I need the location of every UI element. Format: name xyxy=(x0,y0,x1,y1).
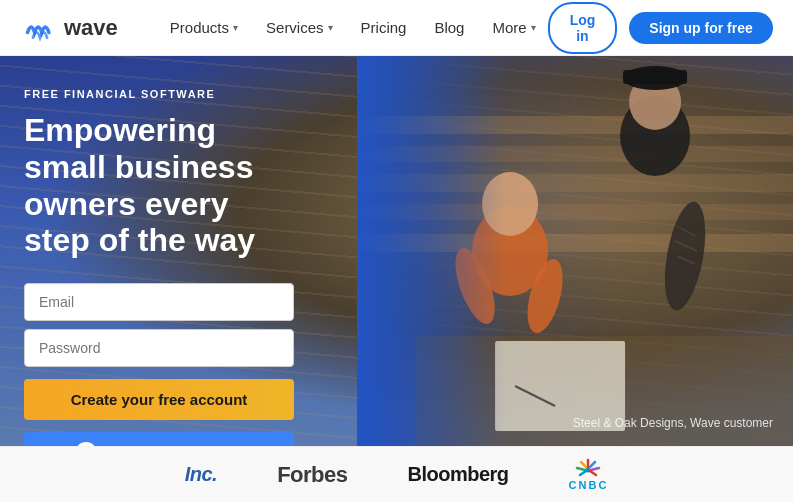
signup-form: Create your free account G Sign up with … xyxy=(24,283,294,446)
hero-overlay xyxy=(357,56,793,446)
press-cnbc-logo: CNBC xyxy=(569,458,609,491)
nav-links: Products ▾ Services ▾ Pricing Blog More … xyxy=(158,11,548,44)
press-inc-logo: Inc. xyxy=(185,463,217,486)
svg-line-26 xyxy=(590,462,595,467)
nav-pricing[interactable]: Pricing xyxy=(349,11,419,44)
brand-name: wave xyxy=(64,15,118,41)
nav-products[interactable]: Products ▾ xyxy=(158,11,250,44)
login-button[interactable]: Log in xyxy=(548,2,618,54)
svg-line-24 xyxy=(581,462,586,467)
svg-line-27 xyxy=(591,468,599,470)
logo[interactable]: wave xyxy=(24,14,118,42)
chevron-down-icon: ▾ xyxy=(531,22,536,33)
password-input[interactable] xyxy=(24,329,294,367)
create-account-button[interactable]: Create your free account xyxy=(24,379,294,420)
chevron-down-icon: ▾ xyxy=(233,22,238,33)
navbar: wave Products ▾ Services ▾ Pricing Blog … xyxy=(0,0,793,56)
nav-actions: Log in Sign up for free xyxy=(548,2,773,54)
google-icon: G xyxy=(75,442,97,446)
cnbc-peacock-icon xyxy=(572,458,604,478)
signup-button[interactable]: Sign up for free xyxy=(629,12,772,44)
hero-label: FREE FINANCIAL SOFTWARE xyxy=(24,88,276,100)
svg-line-28 xyxy=(580,471,586,475)
email-input[interactable] xyxy=(24,283,294,321)
cnbc-label: CNBC xyxy=(569,479,609,491)
wave-logo-icon xyxy=(24,14,56,42)
press-forbes-logo: Forbes xyxy=(277,462,347,488)
hero-title: Empowering small business owners every s… xyxy=(24,112,276,259)
chevron-down-icon: ▾ xyxy=(328,22,333,33)
svg-line-29 xyxy=(590,471,596,475)
nav-services[interactable]: Services ▾ xyxy=(254,11,345,44)
hero-content: FREE FINANCIAL SOFTWARE Empowering small… xyxy=(0,56,300,446)
hero-section: FREE FINANCIAL SOFTWARE Empowering small… xyxy=(0,56,793,446)
nav-blog[interactable]: Blog xyxy=(422,11,476,44)
press-bar: Inc. Forbes Bloomberg CNBC xyxy=(0,446,793,502)
svg-line-25 xyxy=(577,468,585,470)
customer-caption: Steel & Oak Designs, Wave customer xyxy=(573,416,773,430)
nav-more[interactable]: More ▾ xyxy=(480,11,547,44)
google-signup-button[interactable]: G Sign up with Google xyxy=(24,432,294,446)
press-bloomberg-logo: Bloomberg xyxy=(407,463,508,486)
